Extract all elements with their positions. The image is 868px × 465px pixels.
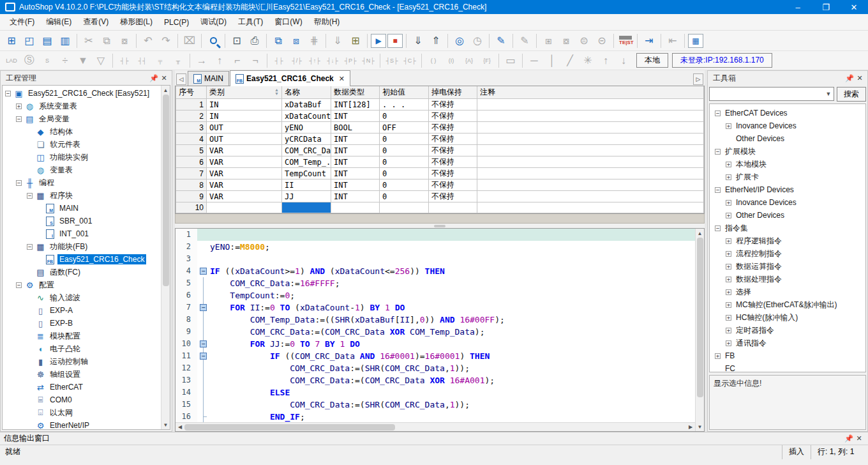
block-a-icon[interactable]: {A} xyxy=(461,52,477,69)
toolbox-search-combobox[interactable]: ▼ xyxy=(709,87,834,101)
column-header-5[interactable]: 掉电保持 xyxy=(429,86,477,99)
column-header-4[interactable]: 初始值 xyxy=(380,86,429,99)
pin-icon[interactable]: 📌 xyxy=(149,73,159,83)
cell-name[interactable]: II xyxy=(282,179,331,191)
cell-type[interactable]: INT[128] xyxy=(331,99,380,111)
sfc-mode-icon[interactable]: S xyxy=(39,52,56,69)
menu-item-0[interactable]: 文件(F) xyxy=(4,14,40,30)
toolbox-tree-item-12[interactable]: +数据运算指令 xyxy=(714,260,865,273)
cell-retain[interactable]: 不保持 xyxy=(429,122,477,133)
open-project-icon[interactable]: ◰ xyxy=(21,33,38,49)
project-tree-item-11[interactable]: IINT_001 xyxy=(4,227,161,240)
contact-p-icon[interactable]: ┤↑├ xyxy=(306,52,323,69)
cell-init[interactable]: 0 xyxy=(380,145,429,156)
logout-icon[interactable]: ⇤ xyxy=(664,33,681,49)
insert-down-icon[interactable]: ▼ xyxy=(75,52,91,69)
cell-init[interactable]: 0 xyxy=(380,179,429,191)
table-row[interactable]: 4OUTyCRCDataINT0不保持 xyxy=(176,133,704,145)
menu-item-6[interactable]: 工具(T) xyxy=(232,14,269,30)
cell-name[interactable]: xDataBuf xyxy=(282,99,331,111)
cell-comment[interactable] xyxy=(477,191,704,202)
menu-item-8[interactable]: 帮助(H) xyxy=(308,14,346,30)
table-row[interactable]: 5VARCOM_CRC_DataINT0不保持 xyxy=(176,145,704,156)
project-tree-item-23[interactable]: ⇄EtherCAT xyxy=(4,381,161,393)
paste-icon[interactable]: ⧇ xyxy=(116,33,133,49)
code-line-7[interactable]: 7− FOR II:=0 TO (xDataCount-1) BY 1 DO xyxy=(176,301,695,314)
expand-icon[interactable]: + xyxy=(715,353,721,359)
table-code-splitter[interactable] xyxy=(175,224,705,228)
block-f-icon[interactable]: {F} xyxy=(479,52,495,69)
cell-init[interactable]: . . . xyxy=(380,99,429,111)
cell-init[interactable]: 0 xyxy=(380,133,429,145)
collapse-icon[interactable]: − xyxy=(715,225,721,231)
branch-open-icon[interactable]: ┤├ xyxy=(116,52,133,69)
download-plc-icon[interactable]: ⇓ xyxy=(410,33,426,49)
usb-test-icon[interactable]: TE|ST xyxy=(617,33,634,49)
line-right-icon[interactable]: → xyxy=(193,52,210,69)
coil-set-icon[interactable]: ┤S├ xyxy=(384,52,400,69)
run-icon[interactable]: ▶ xyxy=(371,34,386,48)
lad-mode-icon[interactable]: LAD xyxy=(3,52,20,69)
code-line-10[interactable]: 10− FOR JJ:=0 TO 7 BY 1 DO xyxy=(176,338,695,350)
cell-rownum[interactable]: 4 xyxy=(176,133,207,145)
cell-type[interactable]: INT xyxy=(331,133,380,145)
tab-Easy521_CRC16_Check[interactable]: FBEasy521_CRC16_Check✕ xyxy=(230,70,350,86)
cell-name[interactable] xyxy=(282,202,331,213)
table-row[interactable]: 1INxDataBufINT[128]. . .不保持 xyxy=(176,99,704,111)
project-tree-scrollbar[interactable]: ▲ ▼ xyxy=(161,86,170,429)
table-row[interactable]: 10 xyxy=(176,202,704,213)
column-header-6[interactable]: 注释 xyxy=(477,86,704,99)
wire-junction-icon[interactable]: ÷ xyxy=(57,52,73,69)
local-mode-button[interactable]: 本地 xyxy=(636,53,668,68)
table-hscrollbar[interactable] xyxy=(175,214,705,224)
cell-rownum[interactable]: 1 xyxy=(176,99,207,111)
cell-retain[interactable]: 不保持 xyxy=(429,179,477,191)
expand-icon[interactable]: + xyxy=(726,277,731,282)
rung-up-icon[interactable]: ╤ xyxy=(152,52,168,69)
code-line-2[interactable]: 2yENO:=M8000; xyxy=(176,241,695,253)
save-icon[interactable]: ▤ xyxy=(39,33,56,49)
code-area[interactable]: 12yENO:=M8000;34−IF ((xDataCount>=1) AND… xyxy=(176,229,695,422)
code-line-15[interactable]: 15 COM_CRC_Data:=(SHR(COM_CRC_Data,1)); xyxy=(176,399,695,411)
project-tree-item-7[interactable]: −╫编程 xyxy=(4,176,161,189)
search-icon[interactable] xyxy=(205,33,221,49)
del-all-icon[interactable]: ✳ xyxy=(580,52,596,69)
project-tree-item-17[interactable]: ▯EXP-A xyxy=(4,304,161,317)
copy-icon[interactable]: ⧉ xyxy=(98,33,115,49)
cell-type[interactable]: INT xyxy=(331,168,380,179)
cell-comment[interactable] xyxy=(477,202,704,213)
code-line-5[interactable]: 5 COM_CRC_Data:=16#FFFF; xyxy=(176,277,695,289)
cell-name[interactable]: xDataCount xyxy=(282,111,331,122)
cell-cat[interactable]: IN xyxy=(207,111,282,122)
toolbox-tree-item-5[interactable]: +扩展卡 xyxy=(714,171,865,183)
column-header-1[interactable]: 类别▲▼ xyxy=(207,86,282,99)
contact-n-icon[interactable]: ┤↓├ xyxy=(324,52,341,69)
align-v-icon[interactable]: ⊝ xyxy=(594,33,610,49)
compile-all-icon[interactable]: ⊞ xyxy=(347,33,364,49)
cell-rownum[interactable]: 8 xyxy=(176,179,207,191)
tab-scroll-right-icon[interactable]: ▷ xyxy=(693,73,703,85)
table-row[interactable]: 2INxDataCountINT0不保持 xyxy=(176,111,704,122)
project-tree-item-22[interactable]: ☸轴组设置 xyxy=(4,368,161,381)
menu-item-3[interactable]: 梯形图(L) xyxy=(114,14,158,30)
collapse-icon[interactable]: − xyxy=(715,187,721,193)
cell-cat[interactable] xyxy=(207,202,282,213)
cell-name[interactable]: COM_Temp_... xyxy=(282,156,331,168)
cell-cat[interactable]: VAR xyxy=(207,179,282,191)
close-button[interactable]: ✕ xyxy=(840,0,868,14)
cell-rownum[interactable]: 3 xyxy=(176,122,207,133)
column-header-0[interactable]: 序号 xyxy=(176,86,207,99)
cell-type[interactable]: INT xyxy=(331,156,380,168)
chevron-down-icon[interactable]: ▼ xyxy=(823,91,834,97)
project-tree-item-10[interactable]: SSBR_001 xyxy=(4,215,161,227)
print-preview-icon[interactable]: ⊡ xyxy=(228,33,245,49)
collapse-icon[interactable]: − xyxy=(715,111,721,116)
expand-icon[interactable]: + xyxy=(726,238,731,244)
expand-icon[interactable]: + xyxy=(726,251,731,257)
transfer-in-icon[interactable]: ⧆ xyxy=(540,33,557,49)
monitor-icon[interactable]: ◎ xyxy=(451,33,468,49)
project-tree-item-25[interactable]: ⌻以太网 xyxy=(4,406,161,419)
tab-MAIN[interactable]: MMAIN xyxy=(188,71,229,86)
coil-inv-icon[interactable]: (I) xyxy=(443,52,460,69)
contact-fall-icon[interactable]: ┤N├ xyxy=(360,52,377,69)
